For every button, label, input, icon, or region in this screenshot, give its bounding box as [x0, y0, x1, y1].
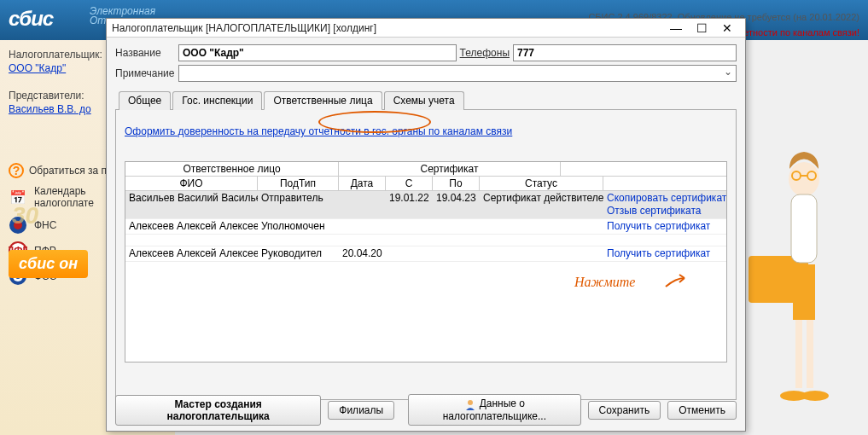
- warning-line: етности по каналам связи!: [743, 27, 859, 38]
- headset-icon: ?: [9, 163, 24, 178]
- name-label: Название: [115, 47, 175, 59]
- tab-schemes[interactable]: Схемы учета: [384, 91, 464, 110]
- minimize-button[interactable]: —: [663, 21, 689, 35]
- col-status[interactable]: Статус: [480, 177, 603, 190]
- col-type[interactable]: ПодТип: [258, 177, 339, 190]
- dialog-titlebar: Налогоплательщик [НАЛОГОПЛАТЕЛЬЩИКИ] [хо…: [107, 19, 745, 38]
- app-logo: сбис: [9, 7, 53, 31]
- tab-general[interactable]: Общее: [119, 91, 171, 110]
- dialog-button-bar: Мастер создания налогоплательщика Филиал…: [107, 394, 745, 426]
- svg-rect-12: [807, 320, 813, 388]
- table-row[interactable]: Васильев Василий Василье Отправитель 19.…: [125, 191, 726, 219]
- close-button[interactable]: ✕: [714, 21, 740, 35]
- revoke-cert-link[interactable]: Отзыв сертификата: [607, 205, 723, 218]
- name-input[interactable]: [178, 44, 457, 61]
- cancel-button[interactable]: Отменить: [667, 401, 737, 420]
- get-cert-link[interactable]: Получить сертификат: [607, 247, 723, 260]
- taxpayer-dialog: Налогоплательщик [НАЛОГОПЛАТЕЛЬЩИКИ] [хо…: [106, 18, 746, 432]
- group-header-cert: Сертификат: [339, 162, 561, 177]
- dialog-title: Налогоплательщик [НАЛОГОПЛАТЕЛЬЩИКИ] [хо…: [112, 22, 663, 34]
- svg-point-14: [801, 391, 829, 401]
- illustration-woman: [740, 145, 842, 426]
- col-actions: [603, 177, 726, 190]
- col-fio[interactable]: ФИО: [125, 177, 258, 190]
- phones-label: Телефоны: [460, 47, 510, 59]
- note-label: Примечание: [115, 67, 175, 79]
- copy-cert-link[interactable]: Скопировать сертификат: [607, 192, 723, 205]
- responsible-grid: Ответственное лицо Сертификат ФИО ПодТип…: [125, 161, 727, 362]
- svg-rect-9: [791, 194, 817, 263]
- table-row[interactable]: Алексеев Алексей Алексее Руководител 20.…: [125, 246, 726, 262]
- contact-label: Обратиться за п: [29, 165, 107, 177]
- svg-rect-11: [795, 320, 802, 388]
- col-to[interactable]: По: [433, 177, 480, 190]
- wizard-button[interactable]: Мастер создания налогоплательщика: [115, 395, 321, 426]
- svg-point-16: [807, 171, 816, 180]
- svg-rect-10: [793, 264, 815, 320]
- tab-inspections[interactable]: Гос. инспекции: [172, 91, 262, 110]
- note-combo[interactable]: [178, 65, 737, 82]
- branches-button[interactable]: Филиалы: [328, 401, 394, 420]
- table-row[interactable]: Алексеев Алексей Алексее Уполномочен Пол…: [125, 219, 726, 235]
- decor-30: 30: [12, 202, 38, 229]
- get-cert-link[interactable]: Получить сертификат: [607, 220, 723, 233]
- svg-point-18: [468, 400, 473, 405]
- save-button[interactable]: Сохранить: [588, 401, 661, 420]
- phones-input[interactable]: [513, 44, 737, 61]
- col-date[interactable]: Дата: [339, 177, 386, 190]
- person-icon: [464, 398, 476, 410]
- svg-point-8: [789, 162, 819, 196]
- sbis-online-button[interactable]: сбис он: [9, 250, 88, 278]
- col-from[interactable]: С: [386, 177, 433, 190]
- tab-responsible[interactable]: Ответственные лица: [264, 91, 382, 110]
- tab-content: Оформить доверенность на передачу отчетн…: [115, 110, 737, 400]
- data-button[interactable]: Данные о налогоплательщике...: [408, 394, 580, 426]
- maximize-button[interactable]: ☐: [689, 21, 714, 35]
- svg-point-15: [792, 171, 801, 180]
- group-header-actions: [561, 162, 726, 177]
- group-header-person: Ответственное лицо: [125, 162, 339, 177]
- tab-bar: Общее Гос. инспекции Ответственные лица …: [115, 90, 737, 110]
- table-row[interactable]: [125, 235, 726, 246]
- power-of-attorney-link[interactable]: Оформить доверенность на передачу отчетн…: [125, 125, 512, 137]
- svg-point-13: [780, 391, 807, 401]
- svg-rect-7: [749, 256, 808, 303]
